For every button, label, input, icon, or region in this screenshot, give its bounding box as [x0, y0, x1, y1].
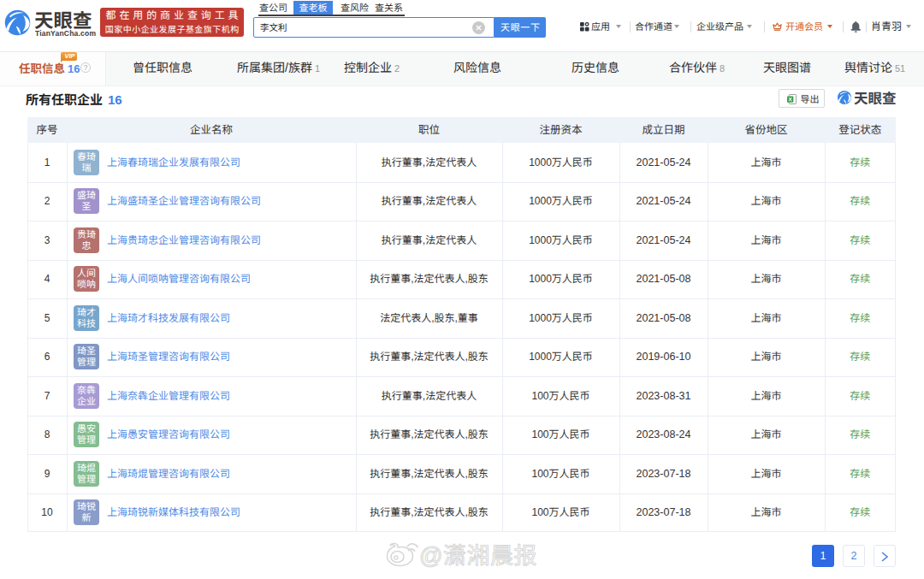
svg-text:?: ?	[84, 63, 88, 72]
